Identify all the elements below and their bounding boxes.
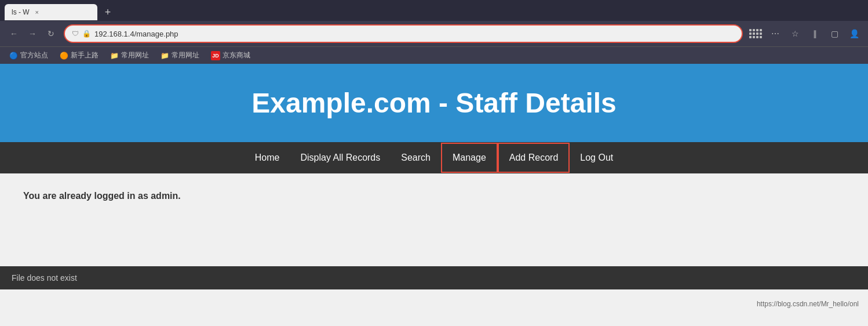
browser-toolbar: ← → ↻ 🛡 🔒 ⋯ ☆ ∥ ▢ 👤 xyxy=(0,21,868,46)
grid-menu-icon[interactable] xyxy=(747,26,764,42)
bookmark-label: 新手上路 xyxy=(71,50,99,60)
bookmark-changyong1[interactable]: 📁 常用网址 xyxy=(107,49,152,61)
page-nav: Home Display All Records Search Manage A… xyxy=(0,142,868,173)
page-title: Example.com - Staff Details xyxy=(12,87,856,119)
address-bar-input[interactable] xyxy=(94,30,735,38)
star-icon[interactable]: ☆ xyxy=(787,26,803,42)
bookmark-label: 京东商城 xyxy=(223,50,250,60)
tab-label: ls - W xyxy=(12,8,30,16)
nav-add-record[interactable]: Add Record xyxy=(498,143,570,173)
footer-text: File does not exist xyxy=(12,273,77,282)
bookmark-label: 常用网址 xyxy=(121,50,149,60)
bottom-link: https://blog.csdn.net/Mr_hello/onl xyxy=(757,300,859,308)
nav-buttons: ← → ↻ xyxy=(6,26,59,42)
new-tab-button[interactable]: + xyxy=(100,4,116,20)
bookmark-folder-icon: 📁 xyxy=(110,52,119,60)
bookmark-changyong2[interactable]: 📁 常用网址 xyxy=(157,49,203,61)
browser-tab[interactable]: ls - W × xyxy=(5,4,97,20)
bookmark-xinshou[interactable]: 🟠 新手上路 xyxy=(56,49,102,61)
page-footer: File does not exist xyxy=(0,266,868,289)
bookmark-label: 常用网址 xyxy=(172,50,199,60)
nav-manage[interactable]: Manage xyxy=(441,143,498,173)
nav-home[interactable]: Home xyxy=(245,144,290,172)
nav-log-out[interactable]: Log Out xyxy=(570,144,623,172)
nav-display-all-records[interactable]: Display All Records xyxy=(290,144,391,172)
bookmark-folder-icon: 📁 xyxy=(161,52,169,60)
shield-icon: 🛡 xyxy=(72,30,79,38)
tab-close-icon[interactable]: × xyxy=(33,8,41,16)
browser-tab-bar: ls - W × + xyxy=(0,0,868,21)
bookmark-icon: JD xyxy=(211,51,220,60)
lock-icon: 🔒 xyxy=(82,30,91,38)
logged-in-message: You are already logged in as admin. xyxy=(23,191,845,201)
tab-icon[interactable]: ▢ xyxy=(826,26,843,42)
bookmark-jd[interactable]: JD 京东商城 xyxy=(207,49,254,61)
page-content: Example.com - Staff Details Home Display… xyxy=(0,64,868,313)
profile-icon[interactable]: 👤 xyxy=(846,26,862,42)
bottom-bar: https://blog.csdn.net/Mr_hello/onl xyxy=(0,289,868,313)
browser-chrome: ls - W × + ← → ↻ 🛡 🔒 ⋯ ☆ ∥ xyxy=(0,0,868,64)
back-button[interactable]: ← xyxy=(6,26,22,42)
page-body: You are already logged in as admin. xyxy=(0,173,868,266)
reload-button[interactable]: ↻ xyxy=(43,26,59,42)
forward-button[interactable]: → xyxy=(24,26,41,42)
bookmark-guanfang[interactable]: 🔵 官方站点 xyxy=(6,49,52,61)
bookmark-label: 官方站点 xyxy=(20,50,48,60)
address-bar-wrapper: 🛡 🔒 xyxy=(64,24,743,43)
menu-icon[interactable]: ⋯ xyxy=(767,26,783,42)
bookmarks-bar: 🔵 官方站点 🟠 新手上路 📁 常用网址 📁 常用网址 JD 京东商城 xyxy=(0,46,868,64)
nav-search[interactable]: Search xyxy=(391,144,441,172)
page-header: Example.com - Staff Details xyxy=(0,64,868,142)
bookmark-icon: 🔵 xyxy=(9,52,18,60)
bookmark-icon: 🟠 xyxy=(60,52,68,60)
sidebar-icon[interactable]: ∥ xyxy=(807,26,823,42)
toolbar-right: ⋯ ☆ ∥ ▢ 👤 xyxy=(747,26,862,42)
